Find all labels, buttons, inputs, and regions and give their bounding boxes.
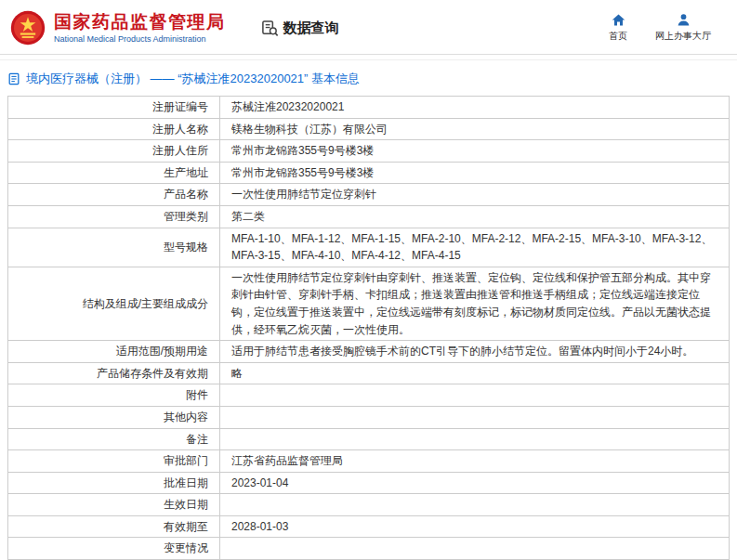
row-label: 产品储存条件及有效期 bbox=[8, 362, 220, 384]
table-row: 型号规格 MFA-1-10、MFA-1-12、MFA-1-15、MFA-2-10… bbox=[8, 228, 730, 267]
row-label: 结构及组成/主要组成成分 bbox=[8, 267, 220, 340]
table-row: 批准日期 2023-01-04 bbox=[8, 472, 730, 494]
row-value: 一次性使用肺结节定位穿刺针由穿刺针、推送装置、定位钩、定位线和保护管五部分构成。… bbox=[220, 267, 730, 340]
search-document-icon bbox=[261, 20, 279, 37]
data-query-label: 数据查询 bbox=[283, 20, 339, 37]
row-value: 适用于肺结节患者接受胸腔镜手术前的CT引导下的肺小结节定位。留置体内时间小于24… bbox=[220, 341, 730, 363]
row-value: 苏械注准20232020021 bbox=[220, 97, 730, 119]
row-label: 管理类别 bbox=[8, 205, 220, 228]
row-value: 2023-01-04 bbox=[220, 472, 730, 494]
table-row: 结构及组成/主要组成成分 一次性使用肺结节定位穿刺针由穿刺针、推送装置、定位钩、… bbox=[8, 267, 730, 340]
row-value: 镁格生物科技（江苏）有限公司 bbox=[220, 118, 730, 140]
row-label: 附件 bbox=[8, 384, 220, 407]
table-row: 产品名称 一次性使用肺结节定位穿刺针 bbox=[8, 184, 730, 206]
row-label: 其他内容 bbox=[8, 406, 220, 428]
row-value bbox=[220, 494, 730, 516]
row-value: 常州市龙锦路355号9号楼3楼 bbox=[220, 140, 730, 163]
table-row: 审批部门 江苏省药品监督管理局 bbox=[8, 450, 730, 473]
table-row: 管理类别 第二类 bbox=[8, 205, 730, 228]
row-value: 一次性使用肺结节定位穿刺针 bbox=[220, 184, 730, 206]
breadcrumb: 境内医疗器械（注册） —— “苏械注准20232020021” 基本信息 bbox=[0, 60, 737, 96]
row-label: 注册人名称 bbox=[8, 118, 220, 140]
nav-service-hall-label: 网上办事大厅 bbox=[655, 30, 711, 43]
registration-info-table: 注册证编号 苏械注准20232020021 注册人名称 镁格生物科技（江苏）有限… bbox=[7, 96, 730, 560]
row-value: 2028-01-03 bbox=[220, 515, 730, 538]
home-icon bbox=[612, 13, 625, 27]
row-label: 型号规格 bbox=[8, 228, 220, 267]
table-row: 有效期至 2028-01-03 bbox=[8, 515, 730, 538]
site-subtitle: National Medical Products Administration bbox=[54, 34, 226, 44]
table-row: 备注 bbox=[8, 428, 730, 450]
row-label: 适用范围/预期用途 bbox=[8, 341, 220, 363]
table-row: 生产地址 常州市龙锦路355号9号楼3楼 bbox=[8, 162, 730, 184]
page-header: 国家药品监督管理局 National Medical Products Admi… bbox=[0, 0, 737, 54]
row-value: 第二类 bbox=[220, 205, 730, 228]
table-row: 产品储存条件及有效期 略 bbox=[8, 362, 730, 384]
row-value: 江苏省药品监督管理局 bbox=[220, 450, 730, 473]
header-divider bbox=[0, 54, 737, 55]
row-label: 注册证编号 bbox=[8, 97, 220, 119]
row-label: 有效期至 bbox=[8, 515, 220, 538]
table-row: 其他内容 bbox=[8, 406, 730, 428]
row-value: 常州市龙锦路355号9号楼3楼 bbox=[220, 162, 730, 184]
row-label: 生效日期 bbox=[8, 494, 220, 516]
row-value bbox=[220, 428, 730, 450]
table-row: 生效日期 bbox=[8, 494, 730, 516]
nav-service-hall[interactable]: 网上办事大厅 bbox=[655, 13, 711, 43]
row-label: 生产地址 bbox=[8, 162, 220, 184]
document-icon bbox=[7, 72, 20, 85]
table-row: 注册人名称 镁格生物科技（江苏）有限公司 bbox=[8, 118, 730, 140]
row-value bbox=[220, 406, 730, 428]
table-row: 注册证编号 苏械注准20232020021 bbox=[8, 97, 730, 119]
row-label: 变更情况 bbox=[8, 538, 220, 560]
row-label: 批准日期 bbox=[8, 472, 220, 494]
data-query-nav[interactable]: 数据查询 bbox=[261, 20, 339, 37]
table-row: 注册人住所 常州市龙锦路355号9号楼3楼 bbox=[8, 140, 730, 163]
national-emblem-icon bbox=[9, 9, 46, 46]
table-row: 变更情况 bbox=[8, 538, 730, 560]
table-row: 适用范围/预期用途 适用于肺结节患者接受胸腔镜手术前的CT引导下的肺小结节定位。… bbox=[8, 341, 730, 363]
nav-home[interactable]: 首页 bbox=[609, 13, 627, 43]
breadcrumb-text: 境内医疗器械（注册） —— “苏械注准20232020021” 基本信息 bbox=[26, 71, 360, 87]
row-value bbox=[220, 384, 730, 407]
row-label: 产品名称 bbox=[8, 184, 220, 206]
row-label: 备注 bbox=[8, 428, 220, 450]
row-value: 略 bbox=[220, 362, 730, 384]
row-value: MFA-1-10、MFA-1-12、MFA-1-15、MFA-2-10、MFA-… bbox=[220, 228, 730, 267]
table-row: 附件 bbox=[8, 384, 730, 407]
nav-home-label: 首页 bbox=[609, 30, 627, 43]
row-label: 注册人住所 bbox=[8, 140, 220, 163]
user-icon bbox=[677, 13, 691, 27]
header-nav: 首页 网上办事大厅 bbox=[609, 13, 722, 43]
site-title: 国家药品监督管理局 bbox=[54, 12, 226, 33]
row-value bbox=[220, 538, 730, 560]
brand: 国家药品监督管理局 National Medical Products Admi… bbox=[9, 9, 226, 46]
row-label: 审批部门 bbox=[8, 450, 220, 473]
